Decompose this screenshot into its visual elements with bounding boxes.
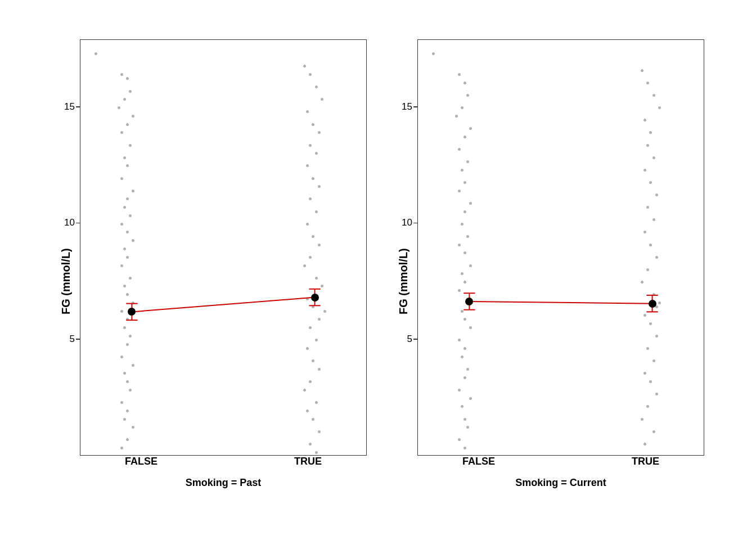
x-axis-ticks: FALSETRUE	[417, 456, 704, 472]
x-axis-ticks: FALSETRUE	[80, 456, 367, 472]
y-tick-label: 5	[70, 334, 75, 345]
mean-dot	[649, 300, 656, 308]
y-tick-label: 10	[402, 217, 412, 228]
x-tick-label-1: TRUE	[632, 456, 659, 467]
svg-line-0	[132, 298, 314, 312]
chart-wrapper-0: FG (mmol/L)51015FALSETRUESmoking = Past	[52, 39, 367, 501]
y-tick-label: 15	[64, 101, 75, 112]
chart-svg-overlay	[80, 40, 366, 455]
mean-dot	[465, 298, 473, 305]
x-axis-title: Smoking = Past	[80, 477, 367, 489]
chart-svg-overlay	[418, 40, 704, 455]
y-tick-label: 15	[402, 101, 412, 112]
x-tick-label-0: FALSE	[125, 456, 158, 467]
plot-box: 51015	[417, 39, 704, 456]
mean-dot	[128, 308, 136, 316]
chart-wrapper-1: FG (mmol/L)51015FALSETRUESmoking = Curre…	[389, 39, 704, 501]
x-tick-label-1: TRUE	[294, 456, 322, 467]
mean-dot	[311, 294, 319, 302]
x-axis-title: Smoking = Current	[417, 477, 704, 489]
y-tick-label: 10	[64, 217, 75, 228]
y-tick-label: 5	[407, 334, 412, 345]
charts-container: FG (mmol/L)51015FALSETRUESmoking = PastF…	[18, 22, 738, 518]
svg-line-7	[469, 302, 652, 304]
x-tick-label-0: FALSE	[462, 456, 495, 467]
plot-box: 51015	[80, 39, 367, 456]
